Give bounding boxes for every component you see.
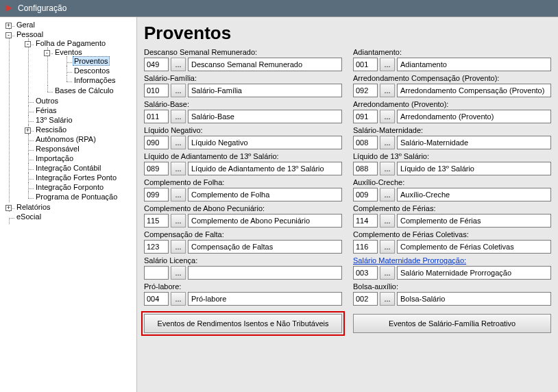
tree-item-proventos[interactable]: Proventos (73, 56, 110, 66)
desc-input-salfam[interactable] (188, 84, 342, 97)
code-input-liq_ad13[interactable] (144, 162, 169, 175)
field-label-sal_mat: Salário-Maternidade: (353, 126, 551, 134)
tree-item-informacoes[interactable]: Informações (73, 76, 117, 84)
lookup-button-dsr[interactable]: ... (171, 58, 186, 71)
desc-input-arred_comp[interactable] (397, 84, 551, 97)
field-arred_prov: Arredondamento (Provento):... (353, 100, 551, 123)
tree-toggle-pessoal[interactable]: - (5, 32, 12, 38)
lookup-button-comp_ferias[interactable]: ... (380, 214, 395, 228)
lookup-button-comp_falta[interactable]: ... (171, 240, 186, 254)
desc-input-bolsa[interactable] (397, 292, 551, 306)
code-input-comp_ferias[interactable] (353, 214, 378, 228)
tree-item-outros[interactable]: Outros (34, 97, 60, 105)
field-label-aux_creche: Auxílio-Creche: (353, 178, 551, 186)
code-input-adiantamento[interactable] (353, 58, 378, 71)
lookup-button-comp_abono[interactable]: ... (171, 214, 186, 228)
desc-input-liq13[interactable] (397, 162, 551, 175)
desc-input-comp_abono[interactable] (188, 214, 342, 228)
desc-input-comp_falta[interactable] (188, 240, 342, 254)
desc-input-aux_creche[interactable] (397, 188, 551, 201)
lookup-button-salbase[interactable]: ... (171, 110, 186, 123)
rendimentos-isentos-button[interactable]: Eventos de Rendimentos Isentos e Não Tri… (144, 314, 342, 333)
lookup-button-liq_neg[interactable]: ... (171, 136, 186, 149)
lookup-button-sal_mat[interactable]: ... (380, 136, 395, 149)
code-input-prolabore[interactable] (144, 292, 169, 306)
code-input-sal_mat[interactable] (353, 136, 378, 149)
lookup-button-arred_prov[interactable]: ... (380, 110, 395, 123)
tree-item-integracao-fortes[interactable]: Integração Fortes Ponto (34, 173, 118, 182)
tree-item-ferias[interactable]: Férias (34, 106, 58, 114)
lookup-button-aux_creche[interactable]: ... (380, 188, 395, 201)
field-sal_mat_prorr: Salário Maternidade Prorrogação:... (353, 256, 551, 280)
lookup-button-adiantamento[interactable]: ... (380, 58, 395, 71)
tree-item-pessoal[interactable]: Pessoal (15, 30, 45, 38)
lookup-button-arred_comp[interactable]: ... (380, 84, 395, 97)
desc-input-comp_folha[interactable] (188, 188, 342, 201)
code-input-salbase[interactable] (144, 110, 169, 123)
desc-input-arred_prov[interactable] (397, 110, 551, 123)
desc-input-sal_licenca[interactable] (188, 266, 342, 280)
field-dsr: Descanso Semanal Remunerado:... (144, 48, 342, 71)
lookup-button-prolabore[interactable]: ... (171, 292, 186, 306)
code-input-liq_neg[interactable] (144, 136, 169, 149)
tree-toggle-rescisao[interactable]: + (25, 127, 31, 134)
tree-item-bases[interactable]: Bases de Cálculo (53, 86, 115, 95)
lookup-button-bolsa[interactable]: ... (380, 292, 395, 306)
desc-input-adiantamento[interactable] (397, 58, 551, 71)
tree-toggle-eventos[interactable]: - (44, 50, 50, 56)
tree-item-geral[interactable]: Geral (15, 21, 36, 29)
field-salbase: Salário-Base:... (144, 100, 342, 123)
tree-item-13salario[interactable]: 13º Salário (34, 116, 74, 124)
desc-input-prolabore[interactable] (188, 292, 342, 306)
tree-item-importacao[interactable]: Importação (34, 154, 75, 162)
lookup-button-salfam[interactable]: ... (171, 84, 186, 97)
code-input-salfam[interactable] (144, 84, 169, 97)
tree-item-autonomos[interactable]: Autônomos (RPA) (34, 135, 97, 143)
desc-input-dsr[interactable] (188, 58, 342, 71)
tree-item-folha[interactable]: Folha de Pagamento (34, 39, 107, 47)
desc-input-liq_ad13[interactable] (188, 162, 342, 175)
tree-item-relatorios[interactable]: Relatórios (15, 203, 52, 211)
field-label-salbase: Salário-Base: (144, 100, 342, 108)
field-label-sal_mat_prorr[interactable]: Salário Maternidade Prorrogação: (353, 256, 551, 265)
field-label-liq13: Líquido de 13º Salário: (353, 152, 551, 160)
code-input-comp_abono[interactable] (144, 214, 169, 228)
code-input-arred_comp[interactable] (353, 84, 378, 97)
tree-item-integracao-forponto[interactable]: Integração Forponto (34, 183, 105, 191)
tree-item-rescisao[interactable]: Rescisão (34, 125, 68, 134)
code-input-comp_falta[interactable] (144, 240, 169, 254)
code-input-liq13[interactable] (353, 162, 378, 175)
desc-input-sal_mat[interactable] (397, 136, 551, 149)
code-input-sal_mat_prorr[interactable] (353, 266, 378, 280)
desc-input-salbase[interactable] (188, 110, 342, 123)
tree-item-eventos[interactable]: Eventos (53, 48, 84, 56)
tree-item-esocial[interactable]: eSocial (15, 212, 43, 221)
desc-input-comp_ferias_c[interactable] (397, 240, 551, 254)
code-input-bolsa[interactable] (353, 292, 378, 306)
code-input-dsr[interactable] (144, 58, 169, 71)
lookup-button-comp_ferias_c[interactable]: ... (380, 240, 395, 254)
desc-input-comp_ferias[interactable] (397, 214, 551, 228)
field-liq_neg: Líquido Negativo:... (144, 126, 342, 149)
lookup-button-sal_licenca[interactable]: ... (171, 266, 186, 280)
tree-item-programa-pontuacao[interactable]: Programa de Pontuação (34, 193, 119, 201)
field-label-sal_licenca: Salário Licença: (144, 256, 342, 265)
desc-input-liq_neg[interactable] (188, 136, 342, 149)
lookup-button-sal_mat_prorr[interactable]: ... (380, 266, 395, 280)
tree-item-descontos[interactable]: Descontos (73, 66, 111, 75)
lookup-button-comp_folha[interactable]: ... (171, 188, 186, 201)
tree-item-integracao-contabil[interactable]: Integração Contábil (34, 164, 102, 172)
tree-toggle-relatorios[interactable]: + (5, 205, 12, 211)
code-input-comp_folha[interactable] (144, 188, 169, 201)
code-input-aux_creche[interactable] (353, 188, 378, 201)
tree-item-responsavel[interactable]: Responsável (34, 145, 81, 153)
tree-toggle-folha[interactable]: - (25, 41, 31, 47)
lookup-button-liq13[interactable]: ... (380, 162, 395, 175)
code-input-sal_licenca[interactable] (144, 266, 169, 280)
tree-toggle-geral[interactable]: + (5, 23, 12, 29)
lookup-button-liq_ad13[interactable]: ... (171, 162, 186, 175)
salario-familia-retro-button[interactable]: Eventos de Salário-Família Retroativo (353, 314, 551, 333)
desc-input-sal_mat_prorr[interactable] (397, 266, 551, 280)
code-input-comp_ferias_c[interactable] (353, 240, 378, 254)
code-input-arred_prov[interactable] (353, 110, 378, 123)
